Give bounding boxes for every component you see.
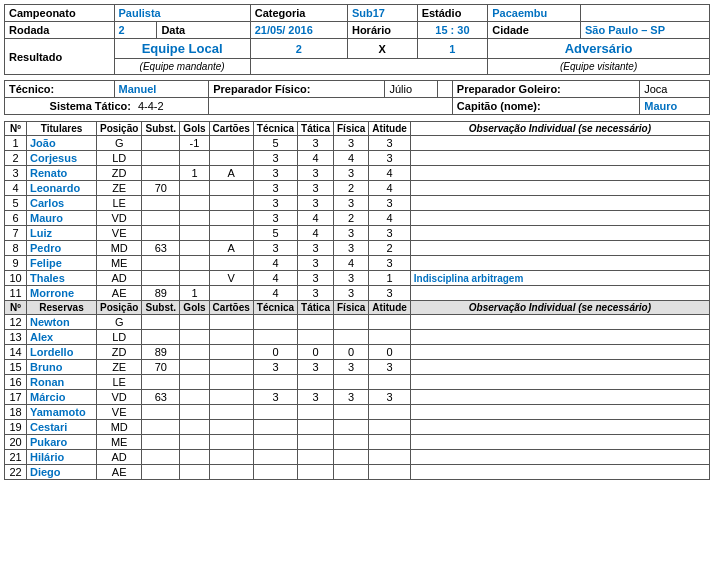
- player-pos: MD: [97, 420, 142, 435]
- player-tec: 3: [253, 390, 297, 405]
- player-pos: AE: [97, 465, 142, 480]
- reserve-col-2: Posição: [97, 301, 142, 315]
- player-obs: [410, 465, 709, 480]
- rodada-value: 2: [114, 22, 157, 39]
- player-subst: [142, 330, 180, 345]
- col-cartoes: Cartões: [209, 122, 253, 136]
- player-num: 10: [5, 271, 27, 286]
- estadio-value: Pacaembu: [488, 5, 581, 22]
- player-pos: LE: [97, 196, 142, 211]
- player-gols: -1: [180, 136, 209, 151]
- player-name: Carlos: [27, 196, 97, 211]
- player-tat: 3: [298, 166, 334, 181]
- player-cartoes: [209, 420, 253, 435]
- col-tatica: Tática: [298, 122, 334, 136]
- player-num: 4: [5, 181, 27, 196]
- player-num: 9: [5, 256, 27, 271]
- sistema-tatico-label: Sistema Tático:: [50, 100, 131, 112]
- player-tat: 3: [298, 360, 334, 375]
- player-ati: 4: [369, 166, 410, 181]
- player-tat: [298, 330, 334, 345]
- player-obs: [410, 181, 709, 196]
- player-tec: 4: [253, 271, 297, 286]
- player-tat: [298, 465, 334, 480]
- player-ati: 3: [369, 226, 410, 241]
- player-obs: [410, 151, 709, 166]
- player-num: 18: [5, 405, 27, 420]
- player-pos: AD: [97, 450, 142, 465]
- player-fis: 3: [334, 286, 369, 301]
- player-name: Renato: [27, 166, 97, 181]
- player-subst: [142, 375, 180, 390]
- player-gols: [180, 181, 209, 196]
- player-ati: 0: [369, 345, 410, 360]
- player-cartoes: [209, 360, 253, 375]
- player-obs: [410, 166, 709, 181]
- player-num: 12: [5, 315, 27, 330]
- player-tec: [253, 420, 297, 435]
- player-tat: [298, 435, 334, 450]
- player-fis: 2: [334, 211, 369, 226]
- reserve-col-1: Reservas: [27, 301, 97, 315]
- player-gols: [180, 375, 209, 390]
- player-pos: ZE: [97, 360, 142, 375]
- categoria-value: Sub17: [347, 5, 417, 22]
- equipe-local-sub: (Equipe mandante): [114, 59, 250, 75]
- player-ati: 3: [369, 196, 410, 211]
- player-cartoes: [209, 151, 253, 166]
- reserve-col-3: Subst.: [142, 301, 180, 315]
- player-tat: 0: [298, 345, 334, 360]
- player-subst: [142, 435, 180, 450]
- player-name: Ronan: [27, 375, 97, 390]
- player-ati: [369, 315, 410, 330]
- player-name: Hilário: [27, 450, 97, 465]
- player-fis: 4: [334, 151, 369, 166]
- player-obs: [410, 405, 709, 420]
- player-gols: [180, 211, 209, 226]
- player-fis: [334, 420, 369, 435]
- player-name: Morrone: [27, 286, 97, 301]
- player-name: Lordello: [27, 345, 97, 360]
- player-table: Nº Titulares Posição Subst. Gols Cartões…: [4, 121, 710, 480]
- reserve-col-7: Tática: [298, 301, 334, 315]
- player-num: 17: [5, 390, 27, 405]
- player-obs: [410, 315, 709, 330]
- player-fis: 3: [334, 390, 369, 405]
- player-pos: AE: [97, 286, 142, 301]
- player-pos: VD: [97, 211, 142, 226]
- player-num: 19: [5, 420, 27, 435]
- player-pos: VE: [97, 226, 142, 241]
- player-subst: 63: [142, 241, 180, 256]
- player-name: Bruno: [27, 360, 97, 375]
- player-subst: [142, 211, 180, 226]
- player-ati: [369, 375, 410, 390]
- reserve-col-5: Cartões: [209, 301, 253, 315]
- player-name: João: [27, 136, 97, 151]
- player-subst: [142, 315, 180, 330]
- adversario: Adversário: [488, 39, 710, 59]
- player-ati: [369, 435, 410, 450]
- reserve-col-9: Atitude: [369, 301, 410, 315]
- player-cartoes: A: [209, 241, 253, 256]
- player-cartoes: [209, 286, 253, 301]
- player-cartoes: [209, 345, 253, 360]
- player-obs: [410, 196, 709, 211]
- player-gols: [180, 405, 209, 420]
- player-gols: [180, 465, 209, 480]
- player-num: 22: [5, 465, 27, 480]
- player-cartoes: V: [209, 271, 253, 286]
- player-fis: [334, 465, 369, 480]
- player-cartoes: [209, 226, 253, 241]
- player-subst: [142, 256, 180, 271]
- player-cartoes: A: [209, 166, 253, 181]
- player-obs: [410, 360, 709, 375]
- player-gols: [180, 390, 209, 405]
- player-subst: [142, 151, 180, 166]
- player-name: Luiz: [27, 226, 97, 241]
- equipe-local: Equipe Local: [114, 39, 250, 59]
- data-label: Data: [157, 22, 250, 39]
- player-subst: 63: [142, 390, 180, 405]
- col-fisica: Física: [334, 122, 369, 136]
- player-cartoes: [209, 390, 253, 405]
- campeonato-label: Campeonato: [5, 5, 115, 22]
